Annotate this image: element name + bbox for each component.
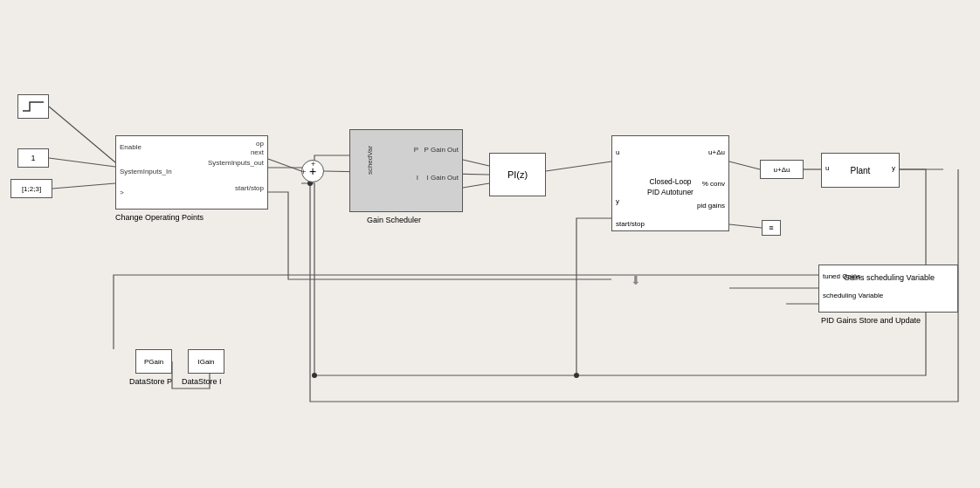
- down-arrow-indicator: ⬇: [631, 273, 641, 287]
- svg-point-15: [574, 373, 579, 378]
- svg-line-3: [268, 159, 301, 171]
- svg-line-1: [49, 158, 115, 167]
- wiring-layer: [0, 0, 980, 488]
- step-block[interactable]: [17, 94, 49, 119]
- const2-label: [1;2;3]: [22, 185, 41, 193]
- pid-autotuner-block[interactable]: u y start/stop u+Δu % conv pid gains Clo…: [611, 135, 729, 231]
- svg-line-7: [546, 162, 611, 171]
- cop-label: Change Operating Points: [115, 213, 204, 222]
- udu-label: u+Δu: [774, 166, 790, 174]
- svg-line-2: [52, 183, 115, 189]
- gains-scheduling-variable-label: Gains scheduling Variable: [844, 273, 935, 284]
- dsp-sublabel: DataStore P: [129, 377, 172, 386]
- const1-block[interactable]: 1: [17, 148, 49, 168]
- dsp-label: PGain: [144, 358, 163, 366]
- const1-label: 1: [31, 154, 35, 162]
- svg-line-0: [49, 107, 115, 162]
- const2-block[interactable]: [1;2;3]: [10, 179, 52, 198]
- svg-line-8: [729, 162, 760, 169]
- svg-line-6: [463, 183, 489, 188]
- svg-point-16: [312, 373, 317, 378]
- gs-label: Gain Scheduler: [367, 216, 421, 224]
- plant-label: Plant: [851, 166, 871, 175]
- pi-block[interactable]: PI(z): [489, 153, 546, 196]
- pgs-label: PID Gains Store and Update: [821, 316, 921, 325]
- sum-block[interactable]: + + +: [301, 160, 324, 182]
- datastorep-block[interactable]: PGain: [135, 349, 172, 374]
- datastorei-block[interactable]: IGain: [188, 349, 224, 374]
- simulink-diagram: 1 [1;2;3] Enable SystemInputs_In > op ne…: [0, 0, 980, 488]
- svg-line-13: [729, 224, 762, 228]
- plant-block[interactable]: u y Plant: [821, 153, 900, 188]
- relay-block[interactable]: ≡: [762, 220, 781, 236]
- gs-block[interactable]: schedVar P Gain Out I Gain Out P I: [349, 129, 463, 212]
- cop-block[interactable]: Enable SystemInputs_In > op next SystemI…: [115, 135, 268, 210]
- svg-line-5: [463, 160, 489, 166]
- dsi-label: IGain: [197, 358, 214, 366]
- pi-label: PI(z): [507, 169, 528, 180]
- udu-block[interactable]: u+Δu: [760, 160, 804, 179]
- dsi-sublabel: DataStore I: [182, 377, 222, 386]
- pgs-block[interactable]: tuned Gains scheduling Variable: [818, 265, 958, 313]
